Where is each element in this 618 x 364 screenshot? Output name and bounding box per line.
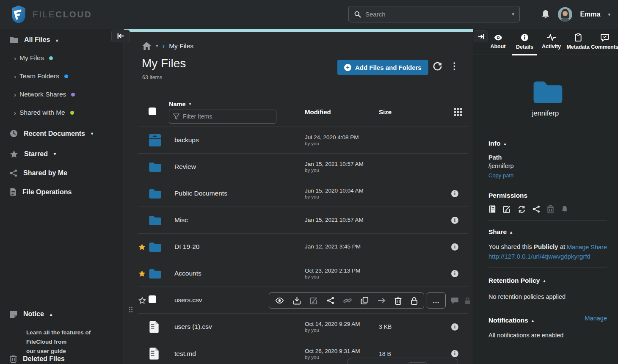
lock-icon[interactable] <box>411 297 418 305</box>
sidebar-item-notice[interactable]: Notice ▴ <box>0 310 52 318</box>
sidebar-item-shared-with-me[interactable]: › Shared with Me <box>0 109 124 116</box>
manage-share-link[interactable]: Manage Share <box>567 244 607 251</box>
comment-icon[interactable] <box>451 297 459 304</box>
info-icon[interactable]: i <box>451 350 458 357</box>
file-name[interactable]: Accounts <box>169 270 305 277</box>
grid-view-toggle[interactable] <box>454 108 462 116</box>
select-all-checkbox[interactable] <box>149 108 156 115</box>
move-arrow-icon[interactable] <box>378 298 386 303</box>
info-icon[interactable]: i <box>451 243 458 251</box>
sidebar-item-file-operations[interactable]: File Operations <box>0 188 124 196</box>
info-icon[interactable]: i <box>451 217 458 224</box>
star-outline-icon[interactable] <box>138 297 146 304</box>
sidebar-item-deleted-files[interactable]: Deleted Files <box>0 355 65 363</box>
name-column-header[interactable]: Name▾ <box>169 101 305 108</box>
modified-date: Jun 15, 2020 10:04 AM <box>305 188 379 194</box>
modified-by: by you <box>305 194 379 199</box>
sidebar-item-label: Notice <box>23 310 44 318</box>
sidebar-item-all-files[interactable]: All Files ▴ <box>0 36 124 44</box>
file-name[interactable]: Review <box>169 163 305 171</box>
table-row[interactable]: Public Documents Jun 15, 2020 10:04 AM b… <box>138 180 468 207</box>
brand-name: FILECLOUD <box>33 10 92 19</box>
table-row[interactable]: backups Jul 24, 2020 4:08 PM by you <box>138 127 468 154</box>
file-name[interactable]: DI 19-20 <box>169 243 305 251</box>
table-row[interactable]: Review Jan 15, 2021 10:57 AM by you <box>138 154 468 180</box>
link-icon[interactable] <box>343 296 352 305</box>
table-row[interactable]: DI 19-20 Jan 12, 2021 3:45 PM i <box>138 234 468 260</box>
path-value: /jenniferp <box>488 163 607 169</box>
share-icon[interactable] <box>327 297 334 304</box>
sidebar-item-my-files[interactable]: › My Files <box>0 54 124 62</box>
more-options-button[interactable]: ⋮ <box>450 61 459 71</box>
search-scope-chevron-icon[interactable]: ▾ <box>512 11 514 17</box>
file-name[interactable]: test.md <box>169 350 305 358</box>
sidebar-item-team-folders[interactable]: › Team Folders <box>0 72 124 80</box>
chevron-right-icon: › <box>14 109 16 116</box>
sidebar-item-network-shares[interactable]: › Network Shares <box>0 91 124 98</box>
chevron-right-icon: › <box>14 55 16 62</box>
preview-eye-icon[interactable] <box>275 297 284 304</box>
folder-icon <box>149 242 161 252</box>
refresh-button[interactable] <box>433 62 442 72</box>
user-menu-chevron-icon[interactable]: ▾ <box>608 12 610 17</box>
user-name[interactable]: Emma <box>580 11 600 18</box>
tab-activity[interactable]: Activity <box>538 29 565 55</box>
filter-box[interactable] <box>169 110 276 124</box>
delete-trash-icon[interactable] <box>395 297 402 305</box>
notifications-bell-icon[interactable] <box>541 9 550 19</box>
global-search[interactable]: ▾ <box>348 6 520 22</box>
share-url-link[interactable]: http://127.0.0.1/url/4tjwwvgdpkyrgrfd <box>488 253 607 260</box>
sidebar-item-label: Shared with Me <box>19 109 65 116</box>
drag-handle[interactable] <box>129 307 132 312</box>
modified-column-header[interactable]: Modified <box>305 108 379 116</box>
file-name[interactable]: Public Documents <box>169 190 305 197</box>
top-bar: FILECLOUD ▾ Emma ▾ <box>0 0 618 29</box>
file-name[interactable]: Misc <box>169 216 305 224</box>
table-row[interactable]: Misc Jan 15, 2021 10:57 AM i <box>138 207 468 234</box>
table-row[interactable]: users (1).csv Oct 14, 2020 9:29 AM by yo… <box>138 314 468 340</box>
info-icon[interactable]: i <box>451 323 458 331</box>
add-files-button[interactable]: + Add Files and Folders <box>337 60 428 75</box>
file-name[interactable]: users (1).csv <box>169 323 305 331</box>
tab-about[interactable]: About <box>485 29 511 55</box>
lock-dim-icon[interactable] <box>464 297 471 304</box>
table-row-hovered[interactable]: users.csv <box>138 287 468 314</box>
user-avatar[interactable] <box>558 7 572 22</box>
info-section: Info▴ Path /jenniferp Copy path <box>488 140 607 179</box>
info-heading[interactable]: Info▴ <box>488 140 607 147</box>
file-name[interactable]: backups <box>169 136 305 144</box>
tab-details[interactable]: Details <box>511 29 538 55</box>
search-input[interactable] <box>365 11 512 18</box>
row-more-button[interactable]: ... <box>427 292 446 309</box>
copy-path-link[interactable]: Copy path <box>488 172 607 179</box>
list-header: Name▾ Modified Size <box>138 97 468 127</box>
sidebar-collapse-button[interactable] <box>111 30 130 42</box>
breadcrumb-current[interactable]: My Files <box>169 42 193 50</box>
manage-notifications-link[interactable]: Manage <box>585 315 607 322</box>
retention-heading[interactable]: Retention Policy▴ <box>488 277 607 284</box>
edit-icon[interactable] <box>310 297 318 305</box>
row-checkbox[interactable] <box>149 295 156 303</box>
copy-icon[interactable] <box>361 297 369 305</box>
info-icon[interactable]: i <box>451 190 458 197</box>
sidebar-item-shared-by-me[interactable]: Shared by Me <box>0 169 124 177</box>
sidebar-item-label: Team Folders <box>19 72 59 80</box>
info-icon[interactable]: i <box>451 270 458 277</box>
sidebar-item-recent-documents[interactable]: Recent Documents ▾ <box>0 130 124 138</box>
activity-pulse-icon <box>546 34 557 41</box>
sidebar-item-starred[interactable]: Starred ▾ <box>0 150 124 158</box>
star-filled-icon[interactable] <box>138 270 146 277</box>
size-column-header[interactable]: Size <box>379 108 434 116</box>
table-row[interactable]: Accounts Oct 23, 2020 2:13 PM by you i <box>138 260 468 287</box>
star-filled-icon[interactable] <box>138 243 146 250</box>
breadcrumb-home-chevron-icon[interactable]: ▾ <box>156 43 158 49</box>
filter-input[interactable] <box>183 113 272 120</box>
modified-date: Oct 14, 2020 9:29 AM <box>305 321 379 328</box>
page-title: My Files <box>142 57 186 70</box>
home-icon[interactable] <box>142 41 152 50</box>
modified-date: Oct 26, 2020 9:31 AM <box>305 348 379 355</box>
tab-metadata[interactable]: Metadata <box>565 29 591 55</box>
download-icon[interactable] <box>293 297 301 305</box>
tab-comments[interactable]: Comments <box>591 29 618 55</box>
share-heading[interactable]: Share▴ <box>488 228 607 236</box>
